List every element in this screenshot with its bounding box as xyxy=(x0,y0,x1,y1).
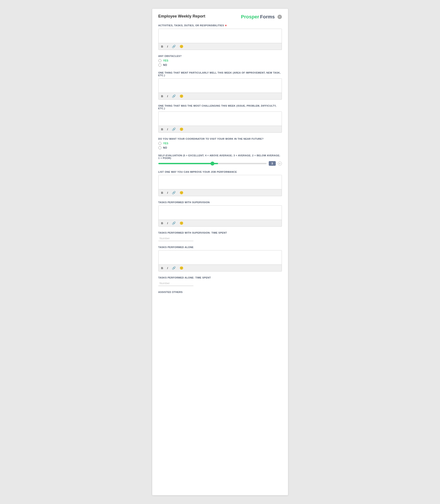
improve-performance-toolbar: B I 🔗 🙂 xyxy=(159,189,282,196)
obstacles-radio-group: YES NO xyxy=(158,59,282,67)
coordinator-no-option[interactable]: NO xyxy=(158,146,282,149)
tasks-alone-textarea[interactable] xyxy=(159,250,282,264)
improve-performance-emoji-btn[interactable]: 🙂 xyxy=(179,191,184,195)
obstacles-no-option[interactable]: NO xyxy=(158,64,282,67)
improve-performance-field: LIST ONE WAY YOU CAN IMPROVE YOUR JOB PE… xyxy=(158,171,282,196)
went-well-link-btn[interactable]: 🔗 xyxy=(171,94,177,98)
coordinator-visit-field: DO YOU WANT YOUR COORDINATOR TO VISIT YO… xyxy=(158,137,282,149)
tasks-alone-bold-btn[interactable]: B xyxy=(160,266,164,270)
tasks-alone-time-label: TASKS PERFORMED ALONE: TIME SPENT xyxy=(158,276,282,279)
tasks-alone-toolbar: B I 🔗 🙂 xyxy=(159,264,282,271)
tasks-supervision-emoji-btn[interactable]: 🙂 xyxy=(179,221,184,225)
tasks-supervision-time-label: TASKS PERFORMED WITH SUPERVISION: TIME S… xyxy=(158,232,282,234)
obstacles-no-label: NO xyxy=(163,64,167,67)
slider-clear-btn[interactable]: × xyxy=(278,162,282,165)
tasks-supervision-italic-btn[interactable]: I xyxy=(166,221,169,225)
activities-emoji-btn[interactable]: 🙂 xyxy=(179,44,184,49)
tasks-supervision-field: TASKS PERFORMED WITH SUPERVISION B I 🔗 🙂 xyxy=(158,201,282,227)
coordinator-no-label: NO xyxy=(163,146,167,149)
challenging-field: ONE THING THAT WAS THE MOST CHALLENGING … xyxy=(158,104,282,133)
tasks-supervision-textarea[interactable] xyxy=(159,205,282,219)
coordinator-visit-radio-group: YES NO xyxy=(158,142,282,149)
improve-performance-link-btn[interactable]: 🔗 xyxy=(171,191,177,195)
went-well-toolbar: B I 🔗 🙂 xyxy=(159,93,282,99)
challenging-rich-editor: B I 🔗 🙂 xyxy=(158,111,282,133)
obstacles-yes-label: YES xyxy=(163,59,168,62)
self-evaluation-label: SELF-EVALUATION (5 = EXCELLENT; 4 = ABOV… xyxy=(158,154,282,159)
coordinator-yes-label: YES xyxy=(163,142,168,145)
went-well-bold-btn[interactable]: B xyxy=(160,94,164,98)
went-well-textarea[interactable] xyxy=(159,79,282,92)
required-star: ★ xyxy=(225,24,227,27)
challenging-label: ONE THING THAT WAS THE MOST CHALLENGING … xyxy=(158,104,282,110)
activities-italic-btn[interactable]: I xyxy=(166,44,169,49)
obstacles-yes-option[interactable]: YES xyxy=(158,59,282,62)
close-button[interactable]: × xyxy=(277,15,282,19)
tasks-supervision-bold-btn[interactable]: B xyxy=(160,221,164,225)
tasks-alone-field: TASKS PERFORMED ALONE B I 🔗 🙂 xyxy=(158,246,282,272)
activities-textarea[interactable] xyxy=(159,29,282,42)
activities-field: ACTIVITIES, TASKS, DUTIES, OR RESPONSIBI… xyxy=(158,24,282,50)
assisted-others-field: ASSISTED OTHERS xyxy=(158,291,282,293)
logo-forms: Forms xyxy=(260,14,275,20)
challenging-bold-btn[interactable]: B xyxy=(160,127,164,131)
activities-bold-btn[interactable]: B xyxy=(160,44,164,49)
challenging-link-btn[interactable]: 🔗 xyxy=(171,127,177,131)
tasks-supervision-label: TASKS PERFORMED WITH SUPERVISION xyxy=(158,201,282,204)
went-well-field: ONE THING THAT WENT PARTICULARLY WELL TH… xyxy=(158,71,282,100)
improve-performance-italic-btn[interactable]: I xyxy=(166,191,169,195)
slider-container: 3 × xyxy=(158,161,282,166)
self-evaluation-field: SELF-EVALUATION (5 = EXCELLENT; 4 = ABOV… xyxy=(158,154,282,166)
self-evaluation-slider[interactable] xyxy=(158,163,267,164)
tasks-alone-link-btn[interactable]: 🔗 xyxy=(171,266,177,270)
challenging-italic-btn[interactable]: I xyxy=(166,127,169,131)
form-container: Employee Weekly Report Prosper Forms × A… xyxy=(152,9,288,495)
logo-prosper: Prosper xyxy=(241,14,259,20)
challenging-emoji-btn[interactable]: 🙂 xyxy=(179,127,184,131)
tasks-alone-time-field: TASKS PERFORMED ALONE: TIME SPENT xyxy=(158,276,282,286)
went-well-emoji-btn[interactable]: 🙂 xyxy=(179,94,184,98)
activities-link-btn[interactable]: 🔗 xyxy=(171,44,177,49)
obstacles-label: ANY OBSTACLES? xyxy=(158,55,282,57)
tasks-supervision-link-btn[interactable]: 🔗 xyxy=(171,221,177,225)
activities-rich-editor: B I 🔗 🙂 xyxy=(158,29,282,50)
challenging-toolbar: B I 🔗 🙂 xyxy=(159,126,282,133)
improve-performance-bold-btn[interactable]: B xyxy=(160,191,164,195)
tasks-alone-emoji-btn[interactable]: 🙂 xyxy=(179,266,184,270)
logo: Prosper Forms xyxy=(241,14,275,20)
coordinator-yes-radio[interactable] xyxy=(158,142,161,145)
assisted-others-label: ASSISTED OTHERS xyxy=(158,291,282,293)
challenging-textarea[interactable] xyxy=(159,112,282,125)
activities-label: ACTIVITIES, TASKS, DUTIES, OR RESPONSIBI… xyxy=(158,24,282,27)
tasks-alone-label: TASKS PERFORMED ALONE xyxy=(158,246,282,248)
activities-toolbar: B I 🔗 🙂 xyxy=(159,43,282,50)
tasks-supervision-time-input[interactable] xyxy=(158,236,193,241)
went-well-italic-btn[interactable]: I xyxy=(166,94,169,98)
tasks-supervision-toolbar: B I 🔗 🙂 xyxy=(159,220,282,226)
improve-performance-textarea[interactable] xyxy=(159,175,282,188)
tasks-alone-rich-editor: B I 🔗 🙂 xyxy=(158,250,282,272)
form-header: Employee Weekly Report Prosper Forms × xyxy=(158,14,282,20)
tasks-supervision-rich-editor: B I 🔗 🙂 xyxy=(158,205,282,227)
went-well-rich-editor: B I 🔗 🙂 xyxy=(158,78,282,100)
form-title: Employee Weekly Report xyxy=(158,14,206,19)
improve-performance-label: LIST ONE WAY YOU CAN IMPROVE YOUR JOB PE… xyxy=(158,171,282,173)
coordinator-yes-option[interactable]: YES xyxy=(158,142,282,145)
coordinator-visit-label: DO YOU WANT YOUR COORDINATOR TO VISIT YO… xyxy=(158,137,282,140)
coordinator-no-radio[interactable] xyxy=(158,146,161,149)
form-title-block: Employee Weekly Report xyxy=(158,14,206,19)
tasks-alone-italic-btn[interactable]: I xyxy=(166,266,169,270)
went-well-label: ONE THING THAT WENT PARTICULARLY WELL TH… xyxy=(158,71,282,77)
obstacles-field: ANY OBSTACLES? YES NO xyxy=(158,55,282,67)
improve-performance-rich-editor: B I 🔗 🙂 xyxy=(158,175,282,196)
obstacles-no-radio[interactable] xyxy=(158,64,161,67)
obstacles-yes-radio[interactable] xyxy=(158,59,161,62)
tasks-supervision-time-field: TASKS PERFORMED WITH SUPERVISION: TIME S… xyxy=(158,232,282,241)
tasks-alone-time-input[interactable] xyxy=(158,281,193,286)
slider-value-display: 3 xyxy=(269,161,276,166)
